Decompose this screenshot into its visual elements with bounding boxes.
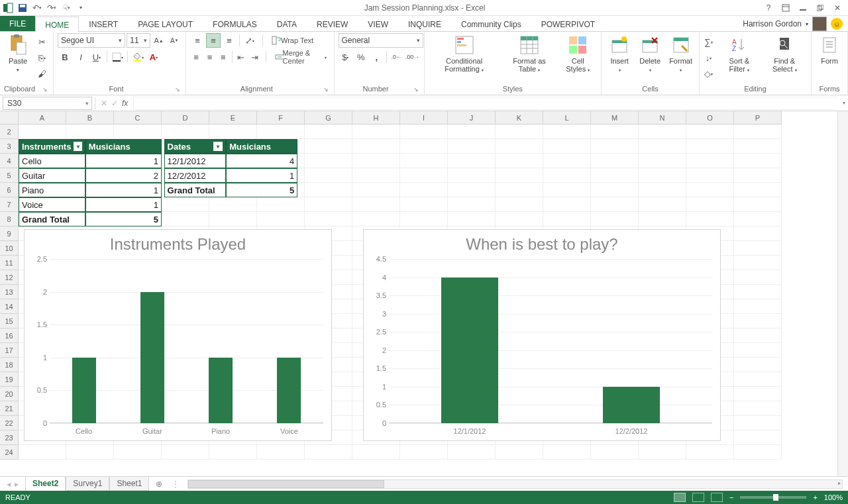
- normal-view-icon[interactable]: [674, 493, 686, 502]
- vertical-scrollbar[interactable]: [837, 111, 848, 476]
- align-bottom-icon[interactable]: ≡: [222, 33, 237, 48]
- delete-cells-button[interactable]: Delete▾: [636, 33, 664, 74]
- font-name-combo[interactable]: Segoe UI▾: [58, 33, 125, 48]
- filter-dropdown-icon[interactable]: ▾: [74, 142, 81, 151]
- chart-bar[interactable]: [72, 358, 96, 423]
- alignment-dialog-launcher[interactable]: ↘: [323, 86, 330, 93]
- row-header[interactable]: 23: [0, 430, 19, 445]
- ribbon-tab-insert[interactable]: INSERT: [79, 16, 128, 31]
- chart-bar[interactable]: [209, 358, 233, 423]
- cell[interactable]: Musicians: [226, 139, 297, 154]
- ribbon-tab-inquire[interactable]: INQUIRE: [398, 16, 451, 31]
- insert-cells-button[interactable]: Insert▾: [606, 33, 633, 74]
- tab-scroll-right-icon[interactable]: ▸: [15, 479, 19, 489]
- ribbon-tab-home[interactable]: HOME: [35, 17, 79, 32]
- borders-button[interactable]: ▾: [110, 50, 125, 64]
- cell[interactable]: 1: [85, 154, 162, 168]
- row-header[interactable]: 18: [0, 358, 19, 372]
- horizontal-scrollbar[interactable]: ◂ ▸: [187, 479, 843, 489]
- minimize-icon[interactable]: [798, 3, 808, 13]
- cell[interactable]: Guitar: [19, 168, 85, 183]
- row-header[interactable]: 24: [0, 445, 19, 460]
- chart-instruments[interactable]: Instruments Played00.511.522.5CelloGuita…: [24, 229, 332, 441]
- number-dialog-launcher[interactable]: ↘: [413, 86, 420, 93]
- cell[interactable]: Grand Total: [164, 183, 227, 197]
- ribbon-tab-community-clips[interactable]: Community Clips: [451, 16, 531, 31]
- cell[interactable]: 12/2/2012: [164, 168, 227, 183]
- user-avatar[interactable]: [812, 17, 827, 31]
- comma-format-icon[interactable]: ,: [370, 50, 384, 64]
- row-header[interactable]: 9: [0, 227, 19, 241]
- font-color-button[interactable]: A▾: [146, 50, 161, 64]
- zoom-in-icon[interactable]: +: [813, 493, 817, 501]
- column-header[interactable]: O: [686, 111, 734, 125]
- sheet-tab[interactable]: Survey1: [66, 477, 109, 491]
- chart-dates[interactable]: When is best to play?00.511.522.533.544.…: [363, 229, 721, 441]
- column-header[interactable]: F: [257, 111, 305, 125]
- row-header[interactable]: 8: [0, 212, 19, 227]
- chart-bar[interactable]: [441, 277, 498, 423]
- chart-bar[interactable]: [277, 358, 301, 423]
- row-header[interactable]: 17: [0, 343, 19, 358]
- column-header[interactable]: J: [448, 111, 496, 125]
- wrap-text-button[interactable]: Wrap Text: [268, 33, 317, 48]
- chart-bar[interactable]: [140, 292, 164, 423]
- column-header[interactable]: G: [305, 111, 352, 125]
- column-header[interactable]: H: [352, 111, 400, 125]
- cell-styles-button[interactable]: Cell Styles ▾: [558, 33, 597, 74]
- cell[interactable]: 2: [85, 168, 162, 183]
- cell[interactable]: Musicians: [85, 139, 162, 154]
- row-header[interactable]: 12: [0, 270, 19, 285]
- filter-dropdown-icon[interactable]: ▾: [213, 142, 223, 151]
- ribbon-tab-page-layout[interactable]: PAGE LAYOUT: [128, 16, 203, 31]
- sheet-tab[interactable]: Sheet2: [25, 477, 66, 491]
- ribbon-display-icon[interactable]: [780, 3, 791, 13]
- zoom-level[interactable]: 100%: [824, 493, 843, 501]
- tab-scroll-left-icon[interactable]: ◂: [7, 479, 11, 489]
- decrease-indent-icon[interactable]: ⇤: [235, 50, 247, 64]
- cell[interactable]: 4: [226, 154, 297, 168]
- increase-decimal-icon[interactable]: .0←: [390, 50, 404, 64]
- cell[interactable]: Dates▾: [164, 139, 227, 154]
- accounting-format-icon[interactable]: $▾: [339, 50, 353, 64]
- page-break-view-icon[interactable]: [711, 493, 723, 502]
- percent-format-icon[interactable]: %: [354, 50, 368, 64]
- underline-button[interactable]: U▾: [89, 50, 104, 64]
- column-header[interactable]: P: [734, 111, 782, 125]
- fill-color-button[interactable]: ▾: [131, 50, 145, 64]
- row-header[interactable]: 5: [0, 168, 19, 183]
- align-right-icon[interactable]: ≡: [217, 50, 229, 64]
- increase-indent-icon[interactable]: ⇥: [248, 50, 260, 64]
- cell[interactable]: Voice: [19, 197, 85, 212]
- user-menu-icon[interactable]: ▾: [806, 21, 808, 27]
- column-header[interactable]: D: [162, 111, 209, 125]
- row-header[interactable]: 21: [0, 401, 19, 416]
- column-header[interactable]: M: [591, 111, 639, 125]
- row-header[interactable]: 22: [0, 416, 19, 430]
- enter-formula-icon[interactable]: ✓: [111, 99, 118, 108]
- formula-expand-icon[interactable]: ▾: [843, 100, 845, 106]
- row-header[interactable]: 2: [0, 125, 19, 139]
- number-format-combo[interactable]: General▾: [339, 33, 423, 48]
- align-left-icon[interactable]: ≡: [190, 50, 202, 64]
- italic-button[interactable]: I: [74, 50, 88, 64]
- fx-icon[interactable]: fx: [122, 99, 128, 108]
- sort-filter-button[interactable]: AZSort & Filter ▾: [719, 33, 759, 74]
- row-header[interactable]: 16: [0, 328, 19, 343]
- column-header[interactable]: B: [66, 111, 114, 125]
- row-header[interactable]: 13: [0, 285, 19, 299]
- ribbon-tab-data[interactable]: DATA: [267, 16, 307, 31]
- paste-button[interactable]: Paste▾: [4, 33, 32, 74]
- column-header[interactable]: E: [209, 111, 257, 125]
- undo-icon[interactable]: ↶▾: [32, 3, 42, 13]
- cell-grid[interactable]: Instruments▾MusiciansCello1Guitar2Piano1…: [19, 125, 837, 476]
- formula-input[interactable]: [133, 97, 837, 110]
- cell[interactable]: 1: [85, 183, 162, 197]
- page-layout-view-icon[interactable]: [692, 493, 704, 502]
- row-header[interactable]: 20: [0, 387, 19, 401]
- format-as-table-button[interactable]: Format as Table ▾: [503, 33, 556, 74]
- column-header[interactable]: A: [19, 111, 66, 125]
- merge-center-button[interactable]: Merge & Center ▾: [272, 50, 329, 64]
- row-header[interactable]: 14: [0, 299, 19, 314]
- conditional-formatting-button[interactable]: Conditional Formatting ▾: [429, 33, 500, 74]
